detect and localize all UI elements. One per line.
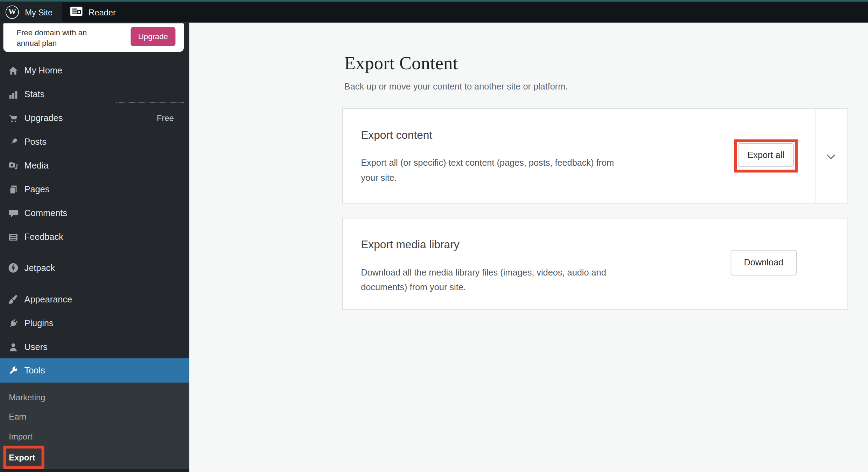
comment-icon: [8, 208, 19, 219]
sidebar-item-label: Plugins: [24, 318, 54, 328]
export-all-button[interactable]: Export all: [738, 143, 794, 167]
my-site-tab[interactable]: W My Site: [0, 2, 62, 23]
plug-icon: [8, 318, 19, 329]
chevron-down-icon[interactable]: [824, 150, 838, 165]
sidebar-item-my-home[interactable]: My Home: [0, 59, 189, 83]
pages-icon: [8, 184, 19, 195]
feedback-icon: [8, 231, 19, 243]
home-icon: [8, 65, 19, 76]
sidebar-item-label: Upgrades: [24, 113, 63, 123]
sidebar-item-label: Appearance: [24, 294, 72, 304]
viewport: W My Site Reader Free domain with an ann…: [0, 0, 868, 472]
submenu-item-earn[interactable]: Earn: [0, 408, 189, 427]
cart-icon: [8, 113, 19, 124]
page-title: Export Content: [344, 53, 458, 74]
sidebar-item-label: Posts: [24, 137, 47, 146]
card-description: Export all (or specific) text content (p…: [361, 155, 614, 185]
sidebar-bottom-strip: [0, 469, 189, 472]
upsell-banner: Free domain with an annual plan Upgrade: [3, 23, 184, 52]
sidebar-item-appearance[interactable]: Appearance: [0, 287, 189, 311]
user-icon: [8, 342, 19, 353]
sidebar-item-users[interactable]: Users: [0, 335, 189, 359]
paintbrush-icon: [8, 294, 19, 305]
reader-icon: [62, 6, 83, 18]
page-subtitle: Back up or move your content to another …: [344, 82, 568, 92]
sidebar-item-jetpack[interactable]: Jetpack: [0, 256, 189, 280]
sidebar-item-label: Pages: [24, 184, 50, 194]
sidebar-item-upgrades[interactable]: Upgrades Free: [0, 106, 189, 130]
submenu-item-marketing[interactable]: Marketing: [0, 388, 189, 407]
reader-label: Reader: [89, 7, 116, 17]
media-icon: [8, 160, 19, 171]
pushpin-icon: [8, 136, 19, 148]
sidebar-item-label: Stats: [24, 89, 45, 99]
sidebar-item-feedback[interactable]: Feedback: [0, 225, 189, 249]
my-site-label: My Site: [25, 7, 52, 17]
wrench-icon: [8, 365, 19, 376]
stats-icon: [8, 89, 19, 100]
card-title: Export media library: [361, 238, 459, 251]
masterbar-accent-strip: [0, 0, 868, 2]
card-description: Download all the media library files (im…: [361, 265, 606, 295]
card-title: Export content: [361, 129, 432, 142]
upgrades-free-badge: Free: [157, 113, 174, 123]
sidebar-item-label: Comments: [24, 208, 67, 218]
sidebar-item-posts[interactable]: Posts: [0, 130, 189, 154]
sidebar-item-label: Media: [24, 160, 49, 170]
download-button[interactable]: Download: [731, 250, 797, 276]
sidebar-item-label: Jetpack: [24, 263, 55, 273]
submenu-item-import[interactable]: Import: [0, 428, 189, 446]
sidebar-item-label: My Home: [24, 65, 62, 75]
sidebar-dotted-separator: [116, 102, 184, 103]
card-divider: [815, 109, 816, 203]
upsell-banner-text: Free domain with an annual plan: [16, 28, 111, 49]
sidebar-item-pages[interactable]: Pages: [0, 178, 189, 201]
wordpress-logo-icon: W: [6, 6, 19, 19]
reader-tab[interactable]: Reader: [62, 2, 116, 23]
sidebar-item-plugins[interactable]: Plugins: [0, 311, 189, 335]
sidebar-item-comments[interactable]: Comments: [0, 201, 189, 225]
sidebar-item-tools[interactable]: Tools: [0, 358, 189, 383]
sidebar-item-media[interactable]: Media: [0, 154, 189, 178]
sidebar-item-label: Tools: [24, 365, 45, 375]
submenu-item-export[interactable]: Export: [6, 449, 50, 467]
upgrade-button[interactable]: Upgrade: [131, 27, 175, 46]
jetpack-icon: [8, 262, 19, 273]
masterbar: W My Site Reader: [0, 0, 868, 23]
sidebar-item-label: Users: [24, 342, 48, 352]
sidebar-item-label: Feedback: [24, 232, 63, 242]
